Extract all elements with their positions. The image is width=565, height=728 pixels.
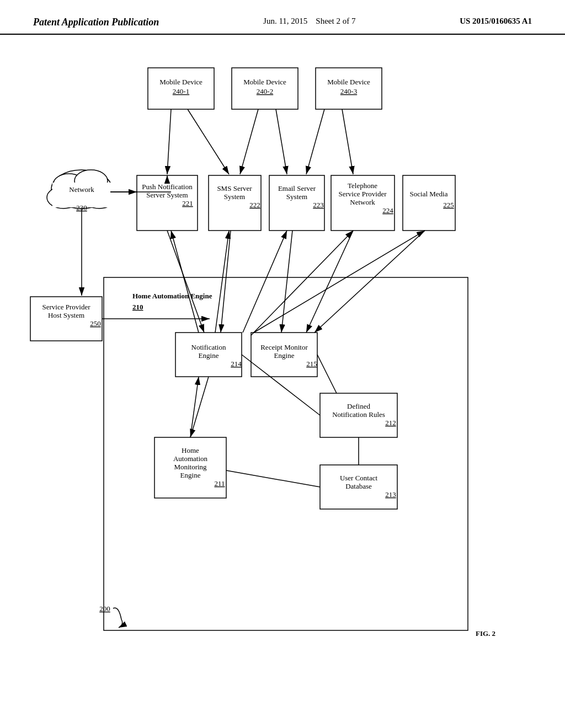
notification-engine-label1: Notification: [191, 343, 226, 351]
defined-notification-label1: Defined: [347, 402, 370, 410]
header-date-sheet: Jun. 11, 2015 Sheet 2 of 7: [263, 17, 355, 26]
telephone-label3: Network: [350, 198, 375, 206]
home-monitoring-label3: Monitoring: [174, 463, 207, 471]
home-monitoring-label1: Home: [182, 446, 199, 454]
mobile-device-2-ref: 240-2: [257, 87, 273, 95]
user-contact-label1: User Contact: [340, 474, 378, 482]
email-server-label1: Email Server: [278, 184, 316, 192]
notification-engine-label2: Engine: [199, 351, 219, 360]
sms-server-ref: 222: [249, 201, 260, 209]
arrow-mobile3-telephone: [342, 109, 353, 174]
sms-server-label2: System: [224, 192, 245, 201]
mobile-device-3-ref: 240-3: [340, 87, 357, 95]
arrow-mobile2-email: [276, 109, 287, 174]
patent-diagram: Mobile Device 240-1 Mobile Device 240-2 …: [0, 35, 565, 686]
telephone-label2: Service Provider: [338, 190, 387, 198]
receipt-monitor-label2: Engine: [274, 351, 295, 360]
sms-server-label1: SMS Server: [217, 184, 252, 192]
telephone-ref: 224: [382, 206, 393, 215]
header-sheet: Sheet 2 of 7: [316, 17, 355, 25]
arrow-mobile1-sms: [188, 109, 229, 174]
page-header: Patent Application Publication Jun. 11, …: [0, 0, 565, 35]
diagram-ref-200: 200: [99, 604, 110, 613]
receipt-monitor-ref: 215: [306, 360, 317, 368]
social-media-ref: 225: [443, 201, 454, 209]
notification-engine-ref: 214: [231, 360, 242, 368]
arrow-mobile3-email: [306, 109, 324, 174]
mobile-device-2-label: Mobile Device: [243, 78, 286, 86]
arrow-mobile2-sms: [240, 109, 258, 174]
telephone-label1: Telephone: [348, 181, 377, 190]
push-notification-label1: Push Notification: [142, 183, 193, 191]
diagram-area: Mobile Device 240-1 Mobile Device 240-2 …: [0, 35, 565, 686]
user-contact-ref: 213: [385, 490, 396, 499]
home-automation-ref: 210: [132, 303, 143, 311]
mobile-device-1-label: Mobile Device: [159, 78, 202, 86]
home-monitoring-label4: Engine: [180, 471, 201, 479]
header-patent-number: US 2015/0160635 A1: [460, 17, 532, 26]
email-server-label2: System: [286, 192, 307, 201]
home-monitoring-ref: 211: [214, 479, 225, 488]
mobile-device-1-ref: 240-1: [173, 87, 189, 95]
defined-notification-ref: 212: [385, 419, 396, 427]
social-media-label: Social Media: [410, 190, 448, 198]
service-provider-ref: 250: [90, 319, 101, 328]
home-automation-label1: Home Automation Engine: [132, 292, 212, 300]
network-label: Network: [69, 185, 94, 194]
mobile-device-3-label: Mobile Device: [327, 78, 370, 86]
user-contact-label2: Database: [345, 482, 372, 490]
arrow-mobile1-push: [167, 109, 171, 174]
email-server-ref: 223: [313, 201, 324, 209]
defined-notification-label2: Notification Rules: [332, 410, 385, 419]
figure-label: FIG. 2: [476, 629, 495, 638]
header-date: Jun. 11, 2015: [263, 17, 307, 25]
header-publication-type: Patent Application Publication: [33, 17, 159, 28]
receipt-monitor-label1: Receipt Monitor: [260, 343, 308, 351]
home-monitoring-label2: Automation: [173, 454, 208, 463]
service-provider-label1: Service Provider: [42, 303, 90, 311]
service-provider-label2: Host System: [48, 311, 84, 319]
push-notification-ref: 221: [182, 199, 193, 207]
